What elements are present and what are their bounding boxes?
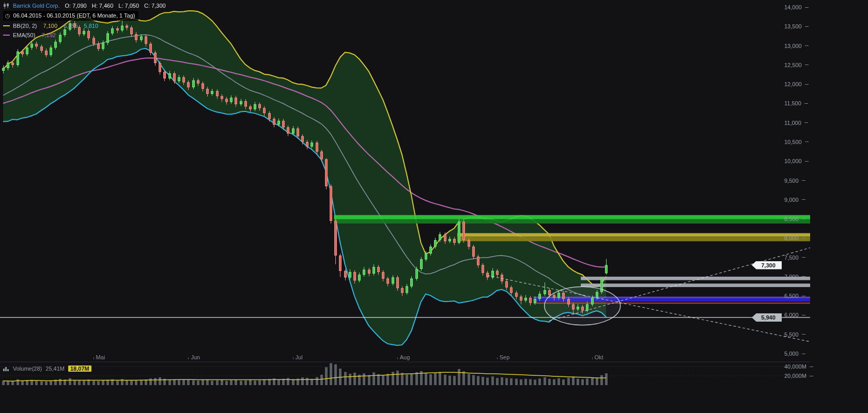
date-range-label: 06.04.2015 - 06.10.2015 (EDT, 6 Monate, … [13, 11, 135, 20]
volume-legend-row[interactable]: Volume(28) 25,41M 18,07M [3, 366, 91, 372]
bb-lower-value: 5,810 [84, 22, 99, 30]
price-tick-label: 5,500 [784, 331, 805, 338]
candlestick-icon [3, 3, 10, 9]
chart-window: Barrick Gold Corp. O: 7,090 H: 7,460 L: … [0, 0, 868, 413]
ema-label: EMA(50) [13, 31, 35, 39]
price-tick-label: 13,500 [784, 23, 809, 29]
ohlc-close: C: 7,300 [144, 2, 166, 10]
price-tick-label: 11,500 [784, 100, 808, 106]
price-tick-label: 12,000 [784, 81, 809, 87]
clock-icon: ◷ [5, 11, 10, 20]
instrument-title: Barrick Gold Corp. [13, 2, 59, 10]
volume-current-value: 25,41M [45, 366, 65, 372]
volume-tick-label: 20,000M [784, 373, 813, 379]
price-tick-label: 9,000 [784, 197, 805, 203]
hline-price-marker[interactable]: 5,940 [752, 313, 782, 322]
volume-indicator-label: Volume(28) [13, 366, 42, 372]
time-tick-label: Jul [293, 354, 303, 360]
price-tick-label: 10,500 [784, 139, 809, 145]
ema-value: 7,192 [41, 31, 56, 39]
price-tick-label: 7,000 [784, 274, 805, 280]
bb-middle-value: 6,455 [64, 22, 78, 30]
price-tick-label: 9,500 [784, 178, 805, 184]
indicator-row-bb[interactable]: BB(20, 2) 7,100 6,455 5,810 [3, 22, 166, 30]
price-tick-label: 11,000 [784, 120, 808, 126]
ohlc-low: L: 7,050 [118, 2, 139, 10]
date-range-row[interactable]: ◷ 06.04.2015 - 06.10.2015 (EDT, 6 Monate… [3, 11, 138, 21]
price-tick-label: 8,500 [784, 216, 805, 222]
price-tick-label: 5,000 [784, 351, 805, 357]
price-tick-label: 6,000 [784, 312, 805, 318]
time-tick-label: Okt [592, 354, 603, 360]
price-tick-label: 6,500 [784, 293, 805, 299]
price-tick-label: 10,000 [784, 158, 809, 164]
chart-legend: Barrick Gold Corp. O: 7,090 H: 7,460 L: … [3, 2, 166, 40]
bb-swatch [3, 25, 10, 26]
price-tick-label: 13,000 [784, 43, 809, 49]
price-tick-label: 12,500 [784, 62, 809, 68]
instrument-row[interactable]: Barrick Gold Corp. O: 7,090 H: 7,460 L: … [3, 2, 166, 10]
time-tick-label: Jun [188, 354, 200, 360]
ema-swatch [3, 35, 10, 36]
price-chart-canvas[interactable] [0, 0, 868, 413]
volume-ma-value: 18,07M [68, 366, 91, 372]
time-tick-label: Aug [397, 354, 410, 360]
price-tick-label: 7,500 [784, 255, 805, 261]
volume-tick-label: 40,000M [784, 363, 813, 370]
indicator-row-ema[interactable]: EMA(50) 7,192 [3, 31, 166, 39]
ohlc-open: O: 7,090 [65, 2, 86, 10]
price-tick-label: 14,000 [784, 4, 809, 10]
last-price-marker: 7,300 [752, 261, 782, 269]
time-tick-label: Mai [94, 354, 105, 360]
bb-label: BB(20, 2) [13, 22, 37, 30]
bb-upper-value: 7,100 [43, 22, 57, 30]
price-tick-label: 8,000 [784, 235, 805, 241]
volume-bars-icon [3, 366, 9, 371]
ohlc-high: H: 7,460 [92, 2, 114, 10]
time-tick-label: Sep [497, 354, 510, 360]
